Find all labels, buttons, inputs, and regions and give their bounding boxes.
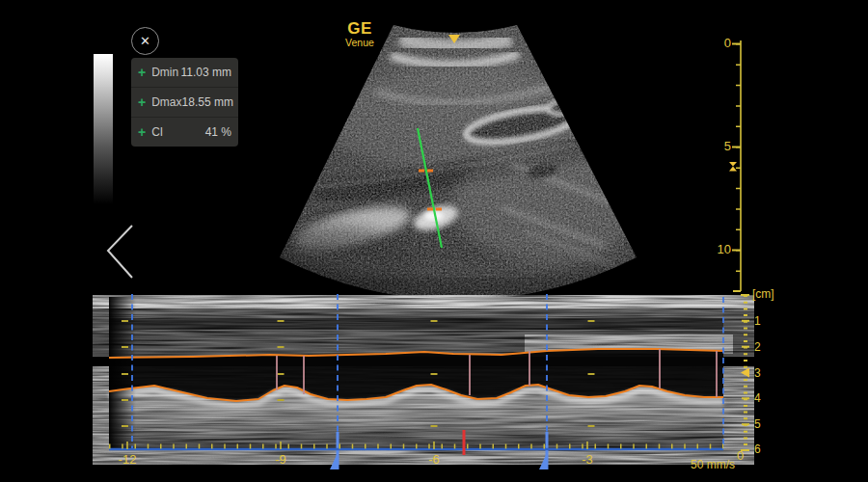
- close-icon: ✕: [140, 35, 150, 47]
- measure-plus-icon: +: [138, 124, 146, 140]
- measurement-row-dmin[interactable]: + Dmin 11.03 mm: [131, 58, 238, 87]
- mmode-depth-5: 5: [754, 417, 761, 431]
- measure-label: Dmax: [151, 95, 181, 109]
- mmode-depth-4: 4: [754, 391, 761, 405]
- measure-value: 18.55 mm: [182, 95, 233, 109]
- time-label-0: 0: [737, 449, 744, 463]
- mmode-depth-3: 3: [754, 366, 761, 380]
- mmode-depth-1: 1: [754, 314, 761, 328]
- close-button[interactable]: ✕: [131, 27, 159, 55]
- mmode-depth-6: 6: [754, 442, 761, 456]
- chevron-left-icon: [108, 226, 132, 278]
- time-label-minus3: -3: [568, 453, 607, 467]
- sweep-speed-label: 50 mm/s: [675, 458, 735, 471]
- grayscale-calibration-bar: [94, 54, 113, 204]
- time-label-minus9: -9: [261, 453, 300, 467]
- measurement-panel: + Dmin 11.03 mm + Dmax 18.55 mm + CI 41 …: [131, 58, 238, 147]
- measure-plus-icon: +: [138, 65, 146, 80]
- unit-label-cm: [cm]: [752, 287, 774, 301]
- product-name: Venue: [333, 38, 387, 48]
- measurement-row-ci[interactable]: + CI 41 %: [131, 117, 238, 147]
- depth-label-5: 5: [714, 140, 731, 153]
- brand-name: GE: [333, 20, 387, 38]
- measure-plus-icon: +: [138, 94, 146, 110]
- depth-label-0: 0: [714, 37, 731, 50]
- measure-label: CI: [151, 125, 204, 139]
- ultrasound-screen: ✕ + Dmin 11.03 mm + Dmax 18.55 mm + CI 4…: [0, 0, 868, 482]
- measure-label: Dmin: [151, 66, 180, 79]
- time-label-minus6: -6: [415, 453, 453, 467]
- measurement-row-dmax[interactable]: + Dmax 18.55 mm: [131, 87, 238, 117]
- ultrasound-2d-image: [231, 10, 752, 299]
- fan-tissue-graphics: [231, 10, 752, 299]
- measure-value: 11.03 mm: [181, 66, 231, 79]
- collapse-chevron-left[interactable]: [105, 224, 136, 280]
- time-label-minus12: -12: [108, 453, 147, 467]
- mmode-depth-2: 2: [754, 340, 761, 354]
- depth-label-10: 10: [710, 243, 731, 256]
- vendor-logo: GE Venue: [333, 20, 387, 48]
- measure-value: 41 %: [205, 125, 231, 139]
